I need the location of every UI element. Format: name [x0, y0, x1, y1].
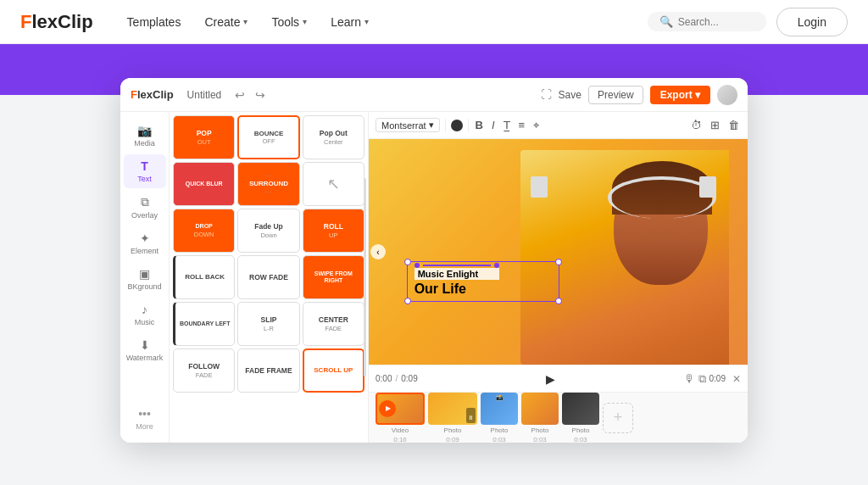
delete-icon[interactable]: 🗑 [726, 117, 741, 133]
anim-bounce-off[interactable]: BOUNCE OFF [237, 115, 299, 159]
sidebar-label-bkground: BKground [127, 282, 161, 291]
align-icon[interactable]: ≡ [517, 117, 527, 133]
editor-window: FlexClip Untitled ↩ ↪ ⛶ Save Preview Exp… [120, 78, 748, 443]
animation-timeline-icon[interactable]: ⏱ [689, 117, 704, 133]
canvas-prev-arrow[interactable]: ‹ [370, 244, 386, 259]
color-picker-icon[interactable] [451, 120, 463, 131]
animation-grid: POP OUT BOUNCE OFF Pop Out Center QUICK … [173, 115, 364, 393]
timeline-clip-3[interactable]: Photo 0:03 [521, 393, 559, 443]
clip-label-2: Photo [491, 426, 509, 434]
clip-duration-2: 0:03 [492, 436, 506, 443]
sidebar-label-overlay: Overlay [131, 211, 158, 220]
sidebar-item-text[interactable]: T Text [124, 154, 166, 188]
sidebar-label-media: Media [134, 139, 155, 148]
sidebar-label-music: Music [135, 318, 155, 326]
screen-icon[interactable]: ⧉ [698, 372, 706, 386]
timeline-clip-1[interactable]: ⏸ Photo 0:09 [428, 393, 477, 443]
canvas-background-photo: Music Enlight Our Life ‹ [369, 139, 748, 365]
canvas-preview[interactable]: Music Enlight Our Life ‹ [369, 139, 748, 365]
toolbar-separator [445, 119, 446, 132]
panel-scrollbar[interactable] [364, 178, 366, 376]
anim-boundary-left[interactable]: BOUNDARY LEFT [173, 302, 235, 346]
chevron-down-icon: ▾ [429, 120, 434, 131]
watermark-icon: ⬇ [140, 338, 150, 352]
clip-label-0: Video [392, 426, 409, 434]
time-total: 0:09 [401, 374, 417, 383]
nav-templates[interactable]: Templates [127, 15, 181, 29]
time-end-display: 0:09 [709, 374, 726, 383]
fullscreen-icon[interactable]: ⛶ [541, 88, 552, 101]
anim-fade-up-down[interactable]: Fade Up Down [237, 209, 299, 253]
preview-button[interactable]: Preview [588, 86, 643, 104]
sidebar-item-overlay[interactable]: ⧉ Overlay [124, 190, 166, 225]
sidebar-item-watermark[interactable]: ⬇ Watermark [124, 333, 166, 367]
timeline-clip-4[interactable]: Photo 0:03 [562, 393, 599, 443]
nav-search-area: 🔍 [648, 12, 766, 31]
login-button[interactable]: Login [776, 8, 848, 36]
nav-tools[interactable]: Tools ▾ [271, 15, 307, 29]
anim-center-fade[interactable]: CENTER FADE [303, 302, 364, 346]
editor-main-content: 📷 Media T Text ⧉ Overlay ✦ Element ▣ [120, 112, 748, 443]
nav-learn[interactable]: Learn ▾ [331, 15, 369, 29]
music-icon: ♪ [142, 303, 147, 316]
timeline-play-icon: ▶ [386, 404, 391, 412]
play-button[interactable]: ▶ [546, 372, 555, 386]
timeline: ▶ Video 0:16 ⏸ [369, 392, 748, 443]
sidebar-item-background[interactable]: ▣ BKground [124, 262, 166, 296]
text-animation-panel: POP OUT BOUNCE OFF Pop Out Center QUICK … [170, 112, 369, 443]
nav-create[interactable]: Create ▾ [204, 15, 248, 29]
chevron-down-icon: ▾ [243, 17, 248, 26]
font-selector[interactable]: Montserrat ▾ [376, 118, 440, 132]
bold-icon[interactable]: B [474, 117, 485, 133]
toolbar-separator-2 [468, 119, 469, 132]
editor-topbar: FlexClip Untitled ↩ ↪ ⛶ Save Preview Exp… [120, 78, 748, 112]
timeline-clip-2[interactable]: 📸 Photo 0:03 [481, 393, 518, 443]
anim-swipe-from-right[interactable]: SWIPE FROM RIGHT [303, 255, 364, 299]
background-icon: ▣ [139, 267, 150, 281]
anim-follow-fade[interactable]: FOLLOW FADE [173, 348, 235, 393]
topbar-actions: ⛶ Save Preview Export ▾ [541, 85, 737, 105]
close-button[interactable]: ✕ [732, 373, 741, 385]
sidebar-item-more[interactable]: ••• More [124, 402, 166, 436]
clip-label-1: Photo [444, 426, 462, 434]
anim-pop-out[interactable]: POP OUT [173, 115, 235, 159]
element-icon: ✦ [140, 231, 150, 245]
document-title[interactable]: Untitled [187, 89, 222, 101]
anim-surround[interactable]: · · SURROUND · · [237, 162, 299, 206]
canvas-area: Montserrat ▾ B I T̲ ≡ ⌖ ⏱ ⊞ 🗑 [369, 112, 748, 443]
italic-icon[interactable]: I [490, 117, 497, 133]
anim-fade-frame[interactable]: FADE FRAME [237, 348, 299, 393]
anim-quick-blur[interactable]: QUICK BLUR [173, 162, 235, 206]
anim-pop-out-center[interactable]: Pop Out Center [303, 115, 364, 159]
sidebar-item-element[interactable]: ✦ Element [124, 226, 166, 260]
text-icon: T [141, 159, 148, 173]
link-icon[interactable]: ⌖ [531, 117, 541, 134]
search-input[interactable] [678, 16, 754, 28]
undo-button[interactable]: ↩ [231, 86, 248, 103]
anim-roll-up[interactable]: ROLL UP [303, 209, 364, 253]
sidebar-item-music[interactable]: ♪ Music [124, 298, 166, 332]
canvas-text-line1: Music Enlight [415, 268, 499, 280]
sidebar-item-media[interactable]: 📷 Media [124, 119, 166, 153]
left-sidebar: 📷 Media T Text ⧉ Overlay ✦ Element ▣ [120, 112, 170, 443]
avatar[interactable] [717, 85, 737, 105]
clip-label-3: Photo [531, 426, 549, 434]
anim-slip-lr[interactable]: SLIP L-R [237, 302, 299, 346]
anim-cursor[interactable]: ↖ [303, 162, 364, 206]
grid-view-icon[interactable]: ⊞ [709, 117, 721, 133]
anim-scroll-up[interactable]: SCROLL UP [303, 348, 364, 393]
chevron-down-icon: ▾ [364, 17, 369, 26]
editor-container: FlexClip Untitled ↩ ↪ ⛶ Save Preview Exp… [0, 44, 868, 485]
timeline-clip-0[interactable]: ▶ Video 0:16 [376, 393, 425, 443]
logo[interactable]: FlexClip [20, 11, 93, 33]
text-format-icon[interactable]: T̲ [502, 117, 512, 133]
clip-duration-1: 0:09 [446, 436, 459, 443]
redo-button[interactable]: ↪ [252, 86, 269, 103]
save-button[interactable]: Save [559, 89, 581, 101]
add-clip-button[interactable]: + [603, 403, 633, 433]
microphone-icon[interactable]: 🎙 [684, 372, 695, 385]
export-button[interactable]: Export ▾ [650, 86, 710, 104]
anim-row-fade[interactable]: ROW FADE [237, 255, 299, 299]
anim-roll-back[interactable]: ROLL BACK [173, 255, 235, 299]
anim-drop-down[interactable]: DROP DOWN [173, 209, 235, 253]
